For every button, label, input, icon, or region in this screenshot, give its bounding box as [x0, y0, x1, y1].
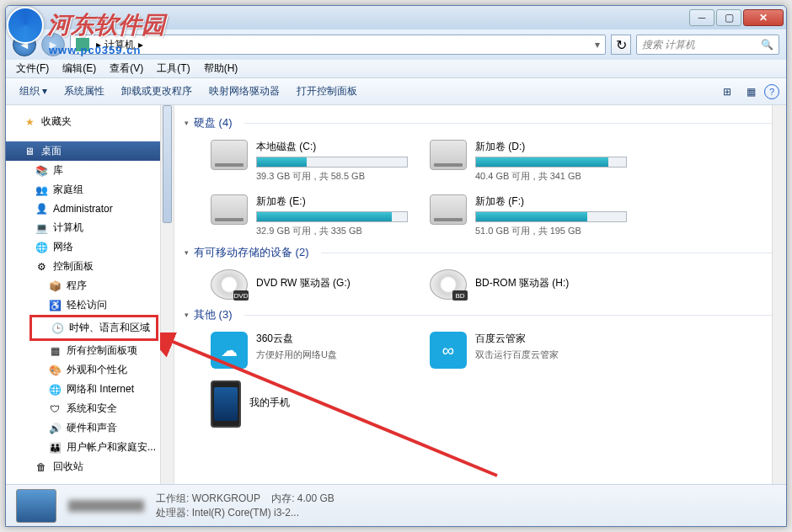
sidebar-libraries[interactable]: 📚库	[6, 161, 174, 180]
sidebar-cp-allitems[interactable]: ▦所有控制面板项	[6, 341, 174, 360]
collapse-icon: ▾	[185, 119, 189, 127]
annotation-highlight: 🕒时钟、语言和区域	[29, 315, 158, 341]
users-icon: 👪	[48, 441, 62, 455]
usage-bar	[256, 157, 408, 168]
usage-bar	[256, 211, 408, 222]
hdd-icon	[211, 140, 248, 170]
security-icon: 🛡	[48, 402, 62, 416]
maximize-button[interactable]: ▢	[716, 9, 741, 26]
group-removable[interactable]: ▾有可移动存储的设备 (2)	[185, 245, 776, 260]
baidu-icon: ∞	[430, 332, 467, 369]
libraries-icon: 📚	[35, 164, 48, 178]
programs-icon: 📦	[48, 279, 62, 293]
drive-e[interactable]: 新加卷 (E:) 32.9 GB 可用 , 共 335 GB	[208, 192, 410, 240]
dvd-icon: DVD	[211, 269, 248, 300]
hdd-icon	[430, 140, 467, 170]
search-icon: 🔍	[761, 39, 773, 51]
sidebar-scrollbar[interactable]	[160, 105, 174, 484]
hdd-icon	[211, 194, 248, 225]
sidebar-computer[interactable]: 💻计算机	[6, 218, 174, 237]
sidebar: ★ 收藏夹 🖥 桌面 📚库 👥家庭组 👤Administrator 💻计算机 🌐…	[6, 105, 174, 484]
sidebar-cp-ease[interactable]: ♿轻松访问	[6, 295, 174, 315]
menu-help[interactable]: 帮助(H)	[197, 61, 245, 76]
drive-c[interactable]: 本地磁盘 (C:) 39.3 GB 可用 , 共 58.5 GB	[208, 137, 410, 185]
sidebar-admin[interactable]: 👤Administrator	[6, 200, 174, 218]
scrollbar-thumb[interactable]	[163, 105, 172, 223]
explorer-window: ─ ▢ ✕ ◄ ► ▸ 计算机 ▸ ▾ ↻ 搜索 计算机 🔍 文件(F) 编辑(…	[5, 5, 787, 527]
open-cpanel-button[interactable]: 打开控制面板	[290, 81, 364, 102]
drive-dvd[interactable]: DVD DVD RW 驱动器 (G:)	[208, 267, 410, 302]
sidebar-cpanel[interactable]: ⚙控制面板	[6, 257, 174, 276]
sidebar-recycle[interactable]: 🗑回收站	[6, 457, 174, 476]
computer-icon	[76, 38, 89, 51]
view-mode-icon[interactable]: ⊞	[717, 82, 737, 102]
menu-edit[interactable]: 编辑(E)	[56, 61, 103, 76]
group-other[interactable]: ▾其他 (3)	[185, 307, 776, 322]
usage-bar	[475, 211, 627, 222]
breadcrumb-sep2[interactable]: ▸	[135, 39, 147, 51]
computer-large-icon	[16, 489, 56, 523]
drive-d[interactable]: 新加卷 (D:) 40.4 GB 可用 , 共 341 GB	[427, 137, 629, 185]
address-bar: ◄ ► ▸ 计算机 ▸ ▾ ↻ 搜索 计算机 🔍	[6, 29, 786, 60]
sidebar-favorites[interactable]: ★ 收藏夹	[6, 112, 174, 131]
group-hdd[interactable]: ▾硬盘 (4)	[185, 115, 776, 130]
breadcrumb-computer[interactable]: 计算机	[104, 38, 135, 52]
ease-icon: ♿	[48, 299, 62, 312]
recycle-icon: 🗑	[35, 460, 48, 474]
phone-icon	[211, 380, 241, 428]
sidebar-cp-hardware[interactable]: 🔊硬件和声音	[6, 418, 174, 438]
sidebar-network[interactable]: 🌐网络	[6, 237, 174, 257]
cpanel-icon: ⚙	[35, 260, 48, 274]
preview-pane-icon[interactable]: ▦	[741, 82, 761, 102]
sidebar-cp-appearance[interactable]: 🎨外观和个性化	[6, 360, 174, 380]
sidebar-desktop[interactable]: 🖥 桌面	[6, 141, 174, 161]
breadcrumb-dropdown-icon[interactable]: ▾	[595, 39, 600, 51]
cloud-icon: ☁	[211, 332, 248, 369]
menu-view[interactable]: 查看(V)	[103, 61, 150, 76]
clock-icon: 🕒	[51, 322, 64, 335]
titlebar[interactable]: ─ ▢ ✕	[6, 6, 786, 29]
sidebar-cp-programs[interactable]: 📦程序	[6, 276, 174, 295]
sidebar-homegroup[interactable]: 👥家庭组	[6, 180, 174, 200]
hardware-icon: 🔊	[48, 422, 62, 435]
forward-button[interactable]: ►	[41, 33, 65, 56]
content-scrollbar[interactable]	[772, 105, 786, 484]
close-button[interactable]: ✕	[743, 9, 784, 26]
menu-file[interactable]: 文件(F)	[9, 61, 56, 76]
breadcrumb[interactable]: ▸ 计算机 ▸ ▾	[70, 35, 606, 55]
search-placeholder: 搜索 计算机	[642, 38, 761, 52]
refresh-button[interactable]: ↻	[611, 35, 631, 55]
collapse-icon: ▾	[185, 311, 189, 319]
item-360cloud[interactable]: ☁ 360云盘方便好用的网络U盘	[208, 329, 410, 371]
collapse-icon: ▾	[185, 248, 189, 257]
sidebar-cp-clock[interactable]: 🕒时钟、语言和区域	[32, 318, 156, 338]
sidebar-cp-users[interactable]: 👪用户帐户和家庭安...	[6, 438, 174, 457]
sidebar-cp-network[interactable]: 🌐网络和 Internet	[6, 380, 174, 399]
user-icon: 👤	[35, 202, 48, 215]
menu-tools[interactable]: 工具(T)	[150, 61, 196, 76]
computer-name-blurred	[68, 500, 144, 512]
help-icon[interactable]: ?	[764, 84, 779, 99]
map-network-button[interactable]: 映射网络驱动器	[202, 81, 286, 102]
homegroup-icon: 👥	[35, 184, 48, 197]
system-properties-button[interactable]: 系统属性	[57, 81, 111, 102]
item-phone[interactable]: 我的手机	[208, 378, 410, 430]
computer-icon: 💻	[35, 221, 48, 235]
breadcrumb-sep[interactable]: ▸	[93, 39, 104, 51]
bd-icon: BD	[430, 269, 467, 300]
star-icon: ★	[23, 115, 36, 129]
search-input[interactable]: 搜索 计算机 🔍	[636, 35, 779, 55]
organize-button[interactable]: 组织 ▾	[13, 81, 54, 102]
item-baidu[interactable]: ∞ 百度云管家双击运行百度云管家	[427, 329, 629, 371]
netinet-icon: 🌐	[48, 383, 62, 396]
usage-bar	[475, 157, 627, 168]
toolbar: 组织 ▾ 系统属性 卸载或更改程序 映射网络驱动器 打开控制面板 ⊞ ▦ ?	[6, 78, 786, 105]
sidebar-cp-security[interactable]: 🛡系统和安全	[6, 399, 174, 418]
hdd-icon	[430, 194, 467, 225]
uninstall-button[interactable]: 卸载或更改程序	[115, 81, 199, 102]
drive-f[interactable]: 新加卷 (F:) 51.0 GB 可用 , 共 195 GB	[427, 192, 629, 240]
minimize-button[interactable]: ─	[689, 9, 714, 26]
drive-bd[interactable]: BD BD-ROM 驱动器 (H:)	[427, 267, 629, 302]
back-button[interactable]: ◄	[13, 33, 36, 56]
allitems-icon: ▦	[48, 344, 62, 358]
